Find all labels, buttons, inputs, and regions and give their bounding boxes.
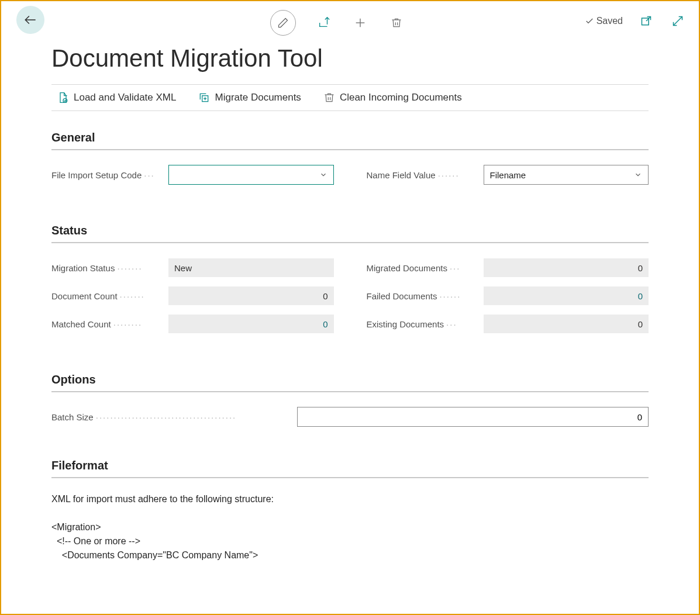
pencil-icon xyxy=(277,17,289,29)
field-document-count: Document Count······· 0 xyxy=(51,285,334,306)
page-action-bar: Load and Validate XML Migrate Documents … xyxy=(51,84,649,111)
migrated-docs-value: 0 xyxy=(484,258,649,277)
saved-indicator: Saved xyxy=(585,16,623,26)
field-file-import: File Import Setup Code··· xyxy=(51,164,334,185)
delete-button[interactable] xyxy=(388,15,405,31)
chevron-down-icon xyxy=(634,171,642,179)
field-migrated-docs: Migrated Documents··· 0 xyxy=(367,257,649,278)
section-status-title: Status xyxy=(51,224,649,237)
section-options-title: Options xyxy=(51,373,649,386)
action-clean-docs[interactable]: Clean Incoming Documents xyxy=(320,89,468,106)
check-icon xyxy=(585,16,594,26)
section-general-rule xyxy=(51,149,649,150)
arrow-left-icon xyxy=(23,12,38,27)
file-import-select[interactable] xyxy=(168,165,334,185)
existing-docs-value: 0 xyxy=(484,315,649,333)
document-count-label: Document Count······· xyxy=(51,291,168,301)
fileformat-text: XML for import must adhere to the follow… xyxy=(51,492,649,569)
section-fileformat-title: Fileformat xyxy=(51,459,649,472)
failed-docs-label: Failed Documents······ xyxy=(367,291,484,301)
failed-docs-value[interactable]: 0 xyxy=(484,286,649,305)
general-fields: File Import Setup Code··· Name Field Val… xyxy=(51,164,649,192)
chevron-down-icon xyxy=(319,171,327,179)
fileformat-description[interactable]: XML for import must adhere to the follow… xyxy=(51,492,649,569)
popout-icon xyxy=(640,15,652,27)
page-window: Saved Document Migration Tool Load and V… xyxy=(0,0,700,615)
section-fileformat-rule xyxy=(51,477,649,478)
action-load-validate-label: Load and Validate XML xyxy=(74,92,176,103)
migration-status-value: New xyxy=(168,258,334,277)
migrated-docs-label: Migrated Documents··· xyxy=(367,263,484,273)
top-bar: Saved xyxy=(1,1,699,39)
matched-count-label: Matched Count········ xyxy=(51,319,168,329)
saved-label: Saved xyxy=(596,16,623,26)
name-field-select[interactable]: Filename xyxy=(484,165,649,185)
edit-button[interactable] xyxy=(270,10,296,36)
content-area: Document Migration Tool Load and Validat… xyxy=(1,44,699,569)
field-matched-count: Matched Count········ 0 xyxy=(51,313,334,334)
page-title: Document Migration Tool xyxy=(51,44,649,72)
file-check-icon xyxy=(57,92,69,103)
section-status-rule xyxy=(51,242,649,243)
copy-plus-icon xyxy=(198,92,210,103)
popout-button[interactable] xyxy=(638,13,654,29)
field-name-value: Name Field Value······ Filename xyxy=(367,164,649,185)
trash-outline-icon xyxy=(323,92,335,103)
name-field-label: Name Field Value······ xyxy=(367,170,484,180)
file-import-label: File Import Setup Code··· xyxy=(51,170,168,180)
section-general-title: General xyxy=(51,131,649,144)
svg-line-5 xyxy=(674,17,682,26)
plus-icon xyxy=(354,16,367,29)
action-load-validate[interactable]: Load and Validate XML xyxy=(54,89,182,106)
saved-group: Saved xyxy=(585,13,686,29)
field-failed-docs: Failed Documents······ 0 xyxy=(367,285,649,306)
expand-button[interactable] xyxy=(670,13,686,29)
section-options-rule xyxy=(51,391,649,392)
matched-count-value[interactable]: 0 xyxy=(168,315,334,333)
share-button[interactable] xyxy=(316,15,332,31)
action-clean-docs-label: Clean Incoming Documents xyxy=(340,92,462,103)
field-migration-status: Migration Status······· New xyxy=(51,257,334,278)
status-fields: Migration Status······· New Document Cou… xyxy=(51,257,649,341)
action-migrate-docs[interactable]: Migrate Documents xyxy=(195,89,306,106)
batch-size-label: Batch Size······························… xyxy=(51,412,297,422)
back-button[interactable] xyxy=(16,6,44,34)
name-field-value: Filename xyxy=(490,170,526,180)
field-existing-docs: Existing Documents··· 0 xyxy=(367,313,649,334)
action-migrate-docs-label: Migrate Documents xyxy=(215,92,301,103)
expand-icon xyxy=(672,15,684,27)
top-action-group xyxy=(270,10,405,36)
field-batch-size: Batch Size······························… xyxy=(51,406,649,427)
batch-size-input[interactable] xyxy=(297,407,649,427)
existing-docs-label: Existing Documents··· xyxy=(367,319,484,329)
share-icon xyxy=(318,16,330,29)
migration-status-label: Migration Status······· xyxy=(51,263,168,273)
trash-icon xyxy=(391,17,402,29)
new-button[interactable] xyxy=(352,15,368,31)
document-count-value: 0 xyxy=(168,286,334,305)
